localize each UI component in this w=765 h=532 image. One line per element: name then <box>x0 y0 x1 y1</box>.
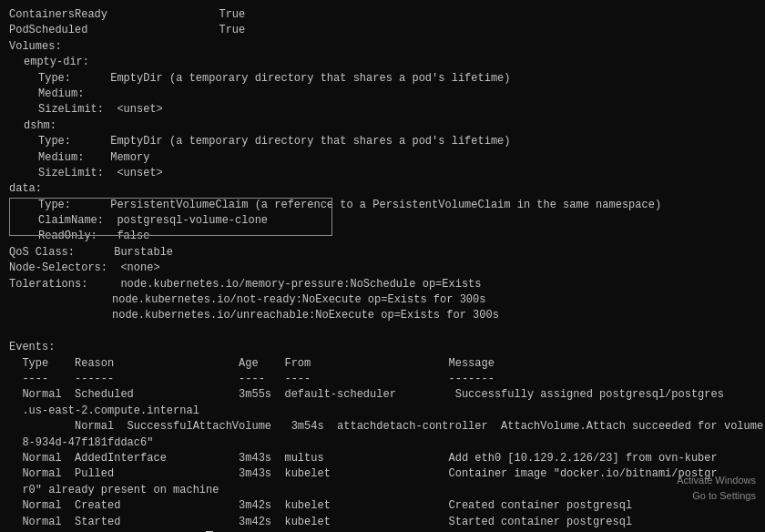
highlight-region: Type: PersistentVolumeClaim (a reference… <box>9 198 756 230</box>
line-type-pvc: Type: PersistentVolumeClaim (a reference… <box>9 198 756 213</box>
watermark-line2: Go to Settings <box>677 488 756 505</box>
terminal-window: ContainersReady True PodScheduled True V… <box>0 0 765 532</box>
line-dshm: dshm: <box>9 118 756 134</box>
terminal-output: ContainersReady True PodScheduled True V… <box>9 7 756 532</box>
line-volumes: Volumes: <box>9 39 756 55</box>
watermark-line1: Activate Windows <box>677 473 756 489</box>
line-event-scheduled-cont: .us-east-2.compute.internal <box>9 404 756 419</box>
line-containersready: ContainersReady True <box>9 7 756 23</box>
line-podscheduled: PodScheduled True <box>9 23 756 38</box>
line-event-pulled: Normal Pulled 3m43s kubelet Container im… <box>9 466 756 482</box>
data-section-wrapper: data: Type: PersistentVolumeClaim (a ref… <box>9 181 756 245</box>
line-sizelimit1: SizeLimit: <unset> <box>9 102 756 118</box>
line-events-header: Events: <box>9 340 756 355</box>
line-event-pulled-cont: r0" already present on machine <box>9 483 756 498</box>
line-medium1: Medium: <box>9 87 756 102</box>
line-blank <box>9 324 756 340</box>
line-event-created: Normal Created 3m42s kubelet Created con… <box>9 498 756 514</box>
line-readonly: ReadOnly: false <box>9 229 756 244</box>
line-events-cols: Type Reason Age From Message <box>9 356 756 372</box>
line-data: data: <box>9 181 756 197</box>
line-event-attachvolume: Normal SuccessfulAttachVolume 3m54s atta… <box>9 419 756 435</box>
line-sizelimit2: SizeLimit: <unset> <box>9 166 756 181</box>
line-event-addedinterface: Normal AddedInterface 3m43s multus Add e… <box>9 451 756 466</box>
line-event-started: Normal Started 3m42s kubelet Started con… <box>9 515 756 530</box>
line-empty-dir: empty-dir: <box>9 55 756 70</box>
line-type-emptydir1: Type: EmptyDir (a temporary directory th… <box>9 71 756 87</box>
line-medium2: Medium: Memory <box>9 150 756 166</box>
line-event-attachvolume-cont: 8-934d-47f181fddac6" <box>9 435 756 451</box>
line-qos: QoS Class: Burstable <box>9 245 756 261</box>
windows-watermark: Activate Windows Go to Settings <box>677 473 756 505</box>
line-claimname: ClaimName: postgresql-volume-clone <box>9 213 756 229</box>
line-tolerations1: Tolerations: node.kubernetes.io/memory-p… <box>9 277 756 292</box>
line-tolerations2: node.kubernetes.io/not-ready:NoExecute o… <box>9 292 756 308</box>
line-node-selectors: Node-Selectors: <none> <box>9 261 756 276</box>
line-tolerations3: node.kubernetes.io/unreachable:NoExecute… <box>9 308 756 323</box>
line-events-divider: ---- ------ ---- ---- ------- <box>9 372 756 387</box>
line-event-scheduled: Normal Scheduled 3m55s default-scheduler… <box>9 387 756 403</box>
line-type-emptydir2: Type: EmptyDir (a temporary directory th… <box>9 134 756 149</box>
